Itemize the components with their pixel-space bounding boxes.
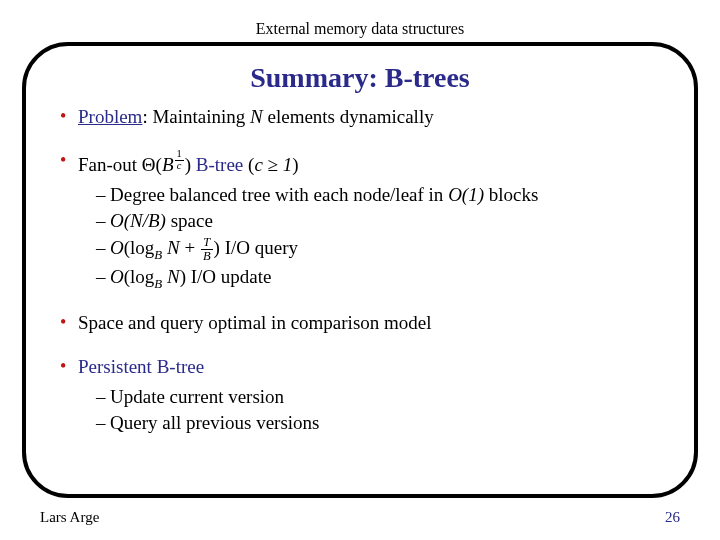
problem-text: : Maintaining <box>142 106 250 127</box>
sub-degree-b: blocks <box>484 184 538 205</box>
update-complexity: O(logB N) <box>110 266 186 287</box>
theta-symbol: Θ <box>142 154 156 175</box>
cge1: c ≥ 1 <box>254 154 292 175</box>
footer-page-number: 26 <box>665 509 680 526</box>
logsub: B <box>154 247 162 262</box>
sub-update-tail: I/O update <box>186 266 271 287</box>
footer-author: Lars Arge <box>40 509 99 526</box>
T: T <box>201 236 213 250</box>
log2: log <box>130 266 154 287</box>
slide-title: Summary: B-trees <box>60 62 660 94</box>
sub-update: O(logB N) I/O update <box>96 264 660 292</box>
Bden: B <box>201 250 213 263</box>
persistent-sublist: Update current version Query all previou… <box>78 384 660 436</box>
bullet-optimal: Space and query optimal in comparison mo… <box>60 310 660 336</box>
sub-space: O(N/B) space <box>96 208 660 234</box>
sub-degree: Degree balanced tree with each node/leaf… <box>96 182 660 208</box>
sub-space-b: space <box>166 210 213 231</box>
bullet-problem: Problem: Maintaining N elements dynamica… <box>60 104 660 130</box>
sub-degree-a: Degree balanced tree with each node/leaf… <box>110 184 448 205</box>
Nu: N <box>167 266 180 287</box>
frac-den: c <box>175 161 184 171</box>
theta-expr: Θ(B1c) <box>142 154 191 175</box>
bullet-persistent: Persistent B-tree Update current version… <box>60 354 660 436</box>
sub-query-tail: I/O query <box>220 237 298 258</box>
bullet-fanout: Fan-out Θ(B1c) B-tree (c ≥ 1) Degree bal… <box>60 148 660 293</box>
sub-space-a: O(N/B) <box>110 210 166 231</box>
plus: + <box>180 237 200 258</box>
per-query: Query all previous versions <box>96 410 660 436</box>
O1: O(1) <box>448 184 484 205</box>
query-complexity: O(logB N + TB) <box>110 237 220 258</box>
var-B: B <box>162 154 174 175</box>
fanout-sublist: Degree balanced tree with each node/leaf… <box>78 182 660 293</box>
persistent-label: Persistent B-tree <box>78 356 204 377</box>
close-paren-2: ) <box>292 154 298 175</box>
frac-num: 1 <box>175 149 184 160</box>
logsub2: B <box>154 276 162 291</box>
c-constraint: (c ≥ 1) <box>248 154 299 175</box>
problem-label: Problem <box>78 106 142 127</box>
btree-word: B-tree <box>191 154 248 175</box>
Nq: N <box>167 237 180 258</box>
exponent-frac: 1c <box>175 149 184 171</box>
page-header: External memory data structures <box>0 0 720 38</box>
per-update: Update current version <box>96 384 660 410</box>
var-N: N <box>250 106 263 127</box>
slide-frame: Summary: B-trees Problem: Maintaining N … <box>22 42 698 498</box>
log: log <box>130 237 154 258</box>
O-sym2: O <box>110 266 124 287</box>
sub-query: O(logB N + TB) I/O query <box>96 235 660 263</box>
fanout-lead: Fan-out <box>78 154 142 175</box>
problem-tail: elements dynamically <box>263 106 434 127</box>
O-sym: O <box>110 237 124 258</box>
bullet-list: Problem: Maintaining N elements dynamica… <box>60 104 660 436</box>
TB-frac: TB <box>201 236 213 262</box>
